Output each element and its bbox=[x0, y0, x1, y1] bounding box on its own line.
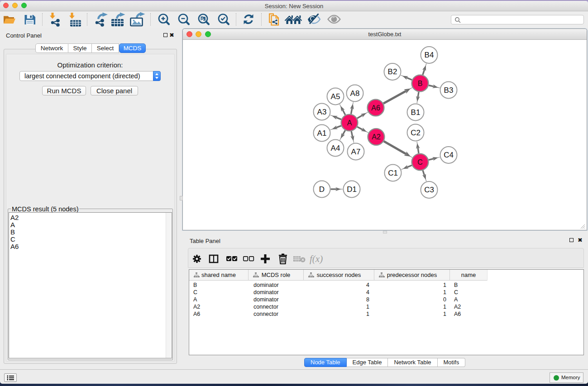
svg-text:A8: A8 bbox=[350, 89, 360, 98]
svg-text:A4: A4 bbox=[331, 144, 340, 152]
svg-text:D: D bbox=[319, 185, 325, 194]
svg-text:A: A bbox=[347, 119, 352, 127]
svg-text:A3: A3 bbox=[317, 108, 327, 116]
svg-text:C: C bbox=[417, 158, 423, 166]
svg-text:B4: B4 bbox=[425, 51, 434, 59]
svg-text:A2: A2 bbox=[372, 133, 381, 141]
svg-text:C2: C2 bbox=[411, 129, 421, 137]
svg-text:A6: A6 bbox=[371, 104, 380, 112]
svg-text:A5: A5 bbox=[331, 92, 340, 101]
svg-text:C3: C3 bbox=[424, 186, 434, 194]
svg-text:B1: B1 bbox=[411, 108, 421, 117]
svg-text:A1: A1 bbox=[317, 129, 327, 138]
svg-text:B2: B2 bbox=[388, 67, 397, 76]
svg-text:B: B bbox=[418, 80, 423, 87]
svg-text:B3: B3 bbox=[444, 86, 454, 95]
svg-text:A7: A7 bbox=[351, 148, 361, 156]
svg-text:C4: C4 bbox=[444, 151, 454, 159]
svg-text:C1: C1 bbox=[388, 169, 398, 177]
svg-text:D1: D1 bbox=[347, 185, 357, 194]
